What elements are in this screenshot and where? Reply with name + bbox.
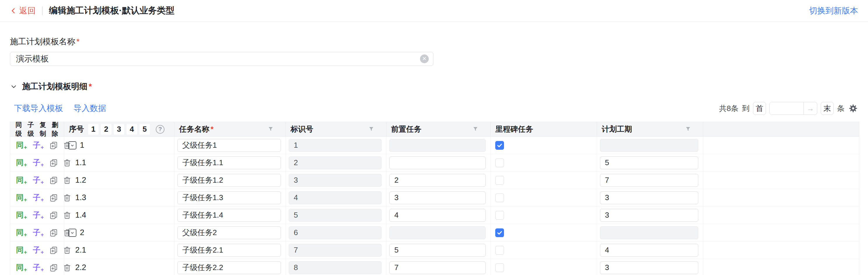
collapse-toggle-icon[interactable] [68,141,76,149]
duration-input[interactable] [600,261,698,274]
milestone-checkbox[interactable] [495,194,504,202]
filter-icon[interactable] [685,126,691,133]
duration-input[interactable] [600,192,698,204]
title-divider [42,6,42,15]
level-5-button[interactable]: 5 [140,124,150,135]
download-template-link[interactable]: 下载导入模板 [14,103,63,114]
filter-icon[interactable] [368,126,374,133]
task-name-input[interactable] [177,226,281,239]
detail-section-title: 施工计划模板明细* [22,81,92,92]
add-child-icon[interactable]: 子+ [33,193,44,202]
add-child-icon[interactable]: 子+ [33,246,44,255]
duration-input[interactable] [600,174,698,187]
task-name-input[interactable] [177,261,281,274]
filter-icon[interactable] [268,126,274,133]
cell-milestone [490,189,597,206]
jump-arrow-button[interactable]: → [804,102,817,114]
add-sibling-icon[interactable]: 同+ [16,263,27,272]
cell-actions: 同+ 子+ [10,172,64,189]
settings-gear-icon[interactable] [848,103,858,113]
task-name-input[interactable] [177,174,281,187]
add-sibling-icon[interactable]: 同+ [16,193,27,202]
task-name-input[interactable] [177,157,281,169]
predecessor-input[interactable] [390,174,486,187]
task-name-input[interactable] [177,209,281,222]
copy-icon[interactable] [50,211,58,219]
add-sibling-icon[interactable]: 同+ [16,211,27,220]
clear-input-icon[interactable]: × [420,55,429,63]
copy-icon[interactable] [50,264,58,272]
add-child-icon[interactable]: 子+ [33,176,44,185]
cell-duration [597,259,703,275]
copy-icon[interactable] [50,141,58,149]
detail-section-header[interactable]: 施工计划模板明细* [10,81,858,92]
predecessor-input[interactable] [390,261,486,274]
add-sibling-icon[interactable]: 同+ [16,246,27,255]
jump-page-input[interactable] [770,102,804,114]
level-1-button[interactable]: 1 [88,124,99,135]
milestone-checkbox[interactable] [495,176,504,185]
duration-input [600,226,698,239]
cell-task-name [174,207,285,224]
milestone-checkbox[interactable] [495,159,504,167]
cell-duration [597,207,703,224]
collapse-toggle-icon[interactable] [68,229,76,237]
milestone-checkbox[interactable] [495,211,504,220]
predecessor-input[interactable] [390,192,486,204]
level-3-button[interactable]: 3 [114,124,124,135]
copy-icon[interactable] [50,176,58,184]
add-sibling-icon[interactable]: 同+ [16,141,27,150]
cell-seq: 1.2 [64,172,174,189]
table-row: 同+ 子+ 2. [10,241,859,259]
filter-icon[interactable] [472,126,478,133]
predecessor-input[interactable] [390,244,486,256]
template-name-input[interactable] [10,52,433,66]
cell-seq: 1.1 [64,154,174,171]
add-child-icon[interactable]: 子+ [33,263,44,272]
cell-actions: 同+ 子+ [10,189,64,206]
cell-task-id [285,224,386,241]
milestone-checkbox[interactable] [495,141,504,150]
add-sibling-icon[interactable]: 同+ [16,228,27,237]
add-child-icon[interactable]: 子+ [33,158,44,168]
predecessor-input[interactable] [390,157,486,169]
copy-icon[interactable] [50,159,58,167]
cell-empty [703,241,859,259]
copy-icon[interactable] [50,229,58,237]
predecessor-input[interactable] [390,209,486,222]
last-page-button[interactable]: 末 [821,102,834,115]
back-button[interactable]: 返回 [10,5,36,16]
first-page-button[interactable]: 首 [753,102,766,115]
copy-icon[interactable] [50,194,58,202]
cell-duration [597,172,703,189]
task-name-input[interactable] [177,139,281,152]
level-2-button[interactable]: 2 [101,124,112,135]
milestone-checkbox[interactable] [495,229,504,237]
header-delete: 删除 [52,121,61,138]
switch-version-link[interactable]: 切换到新版本 [809,5,858,16]
duration-input[interactable] [600,209,698,222]
template-name-label: 施工计划模板名称* [10,36,858,47]
chevron-left-icon [10,7,18,14]
add-child-icon[interactable]: 子+ [33,211,44,220]
duration-input[interactable] [600,157,698,169]
task-name-input[interactable] [177,244,281,256]
add-sibling-icon[interactable]: 同+ [16,158,27,168]
copy-icon[interactable] [50,246,58,254]
help-icon[interactable]: ? [156,125,164,134]
milestone-checkbox[interactable] [495,246,504,254]
predecessor-input [390,139,486,152]
cell-empty [703,137,859,154]
add-sibling-icon[interactable]: 同+ [16,176,27,185]
level-4-button[interactable]: 4 [127,124,137,135]
required-asterisk: * [211,125,214,134]
task-name-input[interactable] [177,192,281,204]
duration-input[interactable] [600,244,698,256]
add-child-icon[interactable]: 子+ [33,141,44,150]
import-data-link[interactable]: 导入数据 [73,103,106,114]
cell-empty [703,224,859,241]
cell-task-name [174,172,285,189]
seq-label: 2.1 [75,246,86,254]
milestone-checkbox[interactable] [495,263,504,272]
add-child-icon[interactable]: 子+ [33,228,44,237]
